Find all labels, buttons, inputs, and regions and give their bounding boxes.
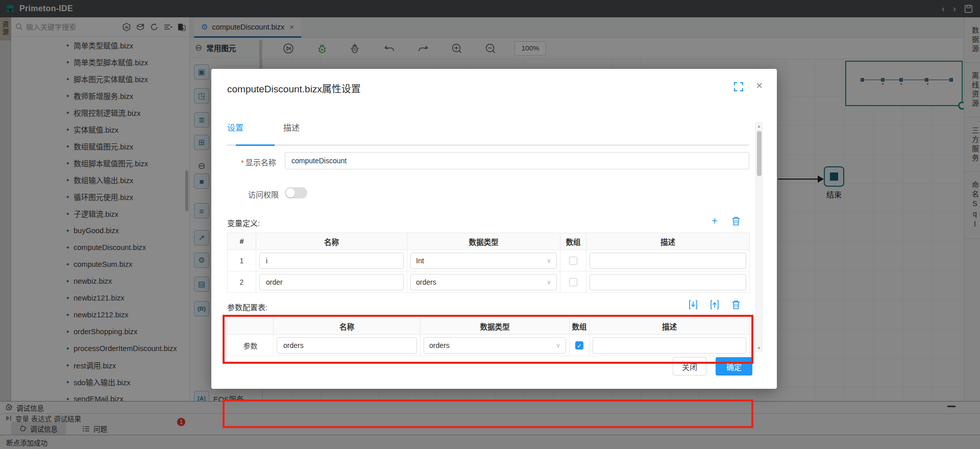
col-header-type: 数据类型	[421, 318, 570, 335]
col-header-index: #	[228, 233, 256, 250]
col-header-blank	[228, 318, 274, 335]
dialog-title: computeDiscount.bizx属性设置	[227, 81, 361, 95]
variable-row-1: 1 Int∨	[228, 250, 750, 271]
col-header-desc: 描述	[586, 233, 750, 250]
scroll-down-icon[interactable]: ▼	[756, 346, 762, 351]
variables-table: # 名称 数据类型 数组 描述 1 Int∨ 2 orders∨	[227, 233, 750, 293]
dialog-tab-description[interactable]: 描述	[283, 121, 300, 140]
dialog-tab-settings[interactable]: 设置	[227, 121, 243, 140]
dialog-scrollbar[interactable]: ▲ ▼	[755, 122, 763, 352]
close-dialog-icon[interactable]: ×	[756, 79, 763, 92]
param-name-input[interactable]	[277, 337, 417, 354]
col-header-name: 名称	[274, 318, 421, 335]
access-permission-toggle[interactable]	[285, 187, 307, 198]
scrollbar-thumb[interactable]	[757, 131, 762, 176]
chevron-down-icon: ∨	[556, 342, 560, 349]
col-header-desc: 描述	[590, 318, 750, 335]
display-name-input[interactable]	[285, 152, 749, 169]
params-table: 名称 数据类型 数组 描述 参数 orders∨ ✓	[227, 317, 750, 356]
variable-array-checkbox[interactable]	[569, 278, 577, 286]
chevron-down-icon: ∨	[547, 257, 551, 264]
col-header-array: 数组	[570, 318, 590, 335]
export-params-icon[interactable]	[709, 300, 720, 310]
variable-type-select[interactable]: Int∨	[410, 253, 557, 269]
close-button[interactable]: 关闭	[673, 357, 706, 376]
delete-variable-icon[interactable]	[731, 216, 741, 226]
variable-array-checkbox[interactable]	[569, 257, 577, 265]
col-header-name: 名称	[256, 233, 407, 250]
chevron-down-icon: ∨	[547, 279, 551, 286]
variable-row-2: 2 orders∨	[228, 271, 750, 293]
variable-desc-input[interactable]	[590, 253, 746, 269]
access-permission-label: 访问权限	[248, 189, 279, 199]
variable-desc-input[interactable]	[590, 274, 746, 290]
row-index: 1	[228, 250, 256, 271]
required-asterisk: *	[241, 158, 244, 167]
variable-name-input[interactable]	[259, 253, 404, 269]
import-params-icon[interactable]	[688, 300, 698, 310]
param-row-1: 参数 orders∨ ✓	[228, 335, 750, 356]
variable-type-select[interactable]: orders∨	[410, 274, 557, 290]
add-variable-icon[interactable]: +	[709, 216, 720, 226]
param-desc-input[interactable]	[593, 337, 746, 354]
delete-param-icon[interactable]	[731, 300, 741, 310]
variables-section-label: 变量定义:	[227, 217, 260, 228]
param-type-select[interactable]: orders∨	[424, 337, 566, 354]
param-array-checkbox[interactable]: ✓	[575, 341, 583, 350]
params-section-label: 参数配置表:	[227, 302, 267, 312]
fullscreen-icon[interactable]	[734, 82, 743, 91]
col-header-type: 数据类型	[407, 233, 560, 250]
application-window: Primeton-IDE ‹ › 资源 AI	[0, 0, 980, 449]
properties-dialog: computeDiscount.bizx属性设置 × 设置 描述 *显示名称 访…	[211, 69, 777, 389]
confirm-button[interactable]: 确定	[716, 357, 752, 376]
display-name-label: *显示名称	[241, 157, 276, 167]
variable-name-input[interactable]	[259, 274, 404, 290]
scroll-up-icon[interactable]: ▲	[756, 124, 762, 129]
row-index: 2	[228, 271, 256, 293]
row-index: 参数	[228, 335, 274, 356]
col-header-array: 数组	[560, 233, 586, 250]
